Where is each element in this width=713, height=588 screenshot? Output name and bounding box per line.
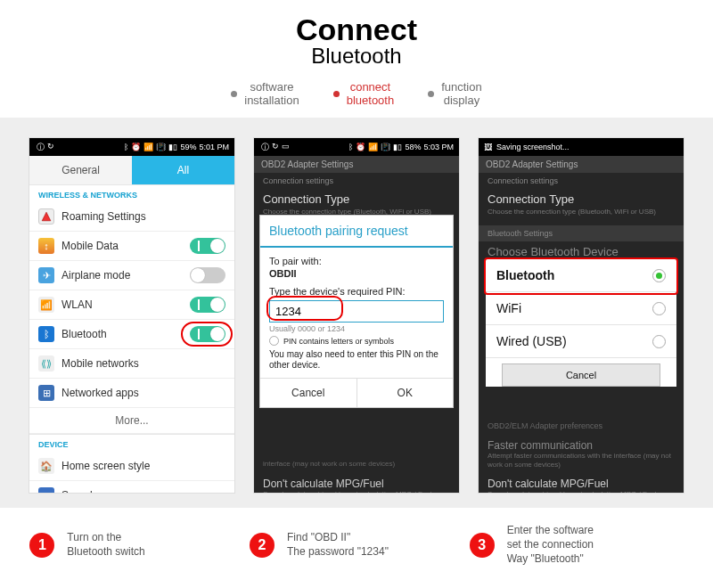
connection-type-title[interactable]: Connection Type xyxy=(479,189,684,208)
alarm-icon: ⏰ xyxy=(131,143,141,151)
screen-header: OBD2 Adapter Settings xyxy=(254,156,459,173)
connection-type-title[interactable]: Connection Type xyxy=(254,189,459,208)
cancel-button[interactable]: Cancel xyxy=(502,363,660,387)
step-dot-icon xyxy=(231,91,237,97)
wlan-toggle[interactable] xyxy=(190,297,225,313)
dialog-title: Bluetooth pairing request xyxy=(260,216,453,248)
breadcrumb-steps: softwareinstallation connectbluetooth fu… xyxy=(0,74,713,118)
pair-device-name: OBDII xyxy=(269,268,444,279)
wifi-icon: 📶 xyxy=(368,143,378,151)
alarm-icon: ⏰ xyxy=(356,143,365,151)
pin-hint: Usually 0000 or 1234 xyxy=(269,324,444,333)
battery-percent: 58% xyxy=(405,143,421,151)
airplane-toggle[interactable] xyxy=(190,267,225,283)
status-time: 5:03 PM xyxy=(423,143,454,151)
step-software-installation[interactable]: softwareinstallation xyxy=(231,81,299,108)
row-bluetooth[interactable]: ᛒ Bluetooth xyxy=(29,320,234,349)
radio-icon xyxy=(652,269,666,282)
bluetooth-icon: ᛒ xyxy=(348,143,353,151)
mpg-title[interactable]: Don't calculate MPG/Fuel xyxy=(488,478,675,490)
option-wifi[interactable]: WiFi xyxy=(486,292,676,325)
row-roaming-settings[interactable]: Roaming Settings xyxy=(29,202,234,232)
step-3: 3 Enter the softwareset the connectionWa… xyxy=(470,524,684,566)
bluetooth-settings-label: Bluetooth Settings xyxy=(479,225,684,241)
radio-icon xyxy=(652,335,666,348)
status-bar: 🖼 Saving screenshot... xyxy=(479,138,684,156)
row-networked-apps[interactable]: ⊞ Networked apps xyxy=(29,379,234,408)
option-wired-usb[interactable]: Wired (USB) xyxy=(486,325,676,358)
mobile-networks-icon: ⟪⟫ xyxy=(38,355,54,372)
more-button[interactable]: More... xyxy=(29,408,234,434)
phone-settings-screen: ⓘ ↻ ᛒ ⏰ 📶 📳 ▮▯ 59% 5:01 PM General All W… xyxy=(29,137,235,494)
pin-input[interactable] xyxy=(269,300,444,323)
mobile-data-icon: ↕ xyxy=(38,238,54,254)
step-number-badge: 1 xyxy=(29,533,54,558)
ok-button[interactable]: OK xyxy=(357,379,454,407)
wifi-icon: 📶 xyxy=(143,143,153,151)
step-1: 1 Turn on theBluetooth switch xyxy=(29,524,243,566)
mpg-title[interactable]: Don't calculate MPG/Fuel xyxy=(263,478,450,490)
connection-type-dialog: Bluetooth WiFi Wired (USB) Cancel xyxy=(486,259,676,387)
tab-all[interactable]: All xyxy=(132,156,234,184)
tab-general[interactable]: General xyxy=(29,156,132,184)
faster-comm-title[interactable]: Faster communication xyxy=(488,439,675,452)
status-time: 5:01 PM xyxy=(199,143,229,151)
option-bluetooth[interactable]: Bluetooth xyxy=(486,259,676,292)
cancel-button[interactable]: Cancel xyxy=(260,379,357,407)
phone-connection-type-screen: 🖼 Saving screenshot... OBD2 Adapter Sett… xyxy=(478,137,684,494)
row-home-screen-style[interactable]: 🏠 Home screen style xyxy=(29,452,234,481)
sync-icon: ↻ xyxy=(47,142,54,153)
radio-icon xyxy=(652,302,666,315)
screen-header: OBD2 Adapter Settings xyxy=(479,156,684,173)
mpg-desc: Speed up data retrieval by not calculati… xyxy=(488,490,675,494)
radio-icon xyxy=(269,336,279,346)
adapter-prefs-label: OBD2/ELM Adapter preferences xyxy=(479,417,684,435)
section-device: DEVICE xyxy=(29,434,234,452)
mpg-desc: Speed up data retrieval by not calculati… xyxy=(263,490,450,494)
title-line2: Bluetooth xyxy=(0,44,713,69)
mobile-data-toggle[interactable] xyxy=(190,238,225,254)
card-icon: ▭ xyxy=(282,142,290,153)
phone-gallery: ⓘ ↻ ᛒ ⏰ 📶 📳 ▮▯ 59% 5:01 PM General All W… xyxy=(0,118,713,508)
pairing-note: You may also need to enter this PIN on t… xyxy=(269,349,444,376)
row-airplane-mode[interactable]: ✈ Airplane mode xyxy=(29,261,234,290)
row-wlan[interactable]: 📶 WLAN xyxy=(29,290,234,320)
bluetooth-icon: ᛒ xyxy=(38,326,54,342)
saving-text: Saving screenshot... xyxy=(496,143,570,151)
roaming-icon xyxy=(38,208,54,225)
bluetooth-icon: ᛒ xyxy=(124,143,128,151)
row-mobile-networks[interactable]: ⟪⟫ Mobile networks xyxy=(29,349,234,379)
step-number-badge: 2 xyxy=(250,533,275,558)
step-2: 2 Find "OBD II"The password "1234" xyxy=(250,524,463,566)
vibrate-icon: 📳 xyxy=(156,143,166,151)
row-sound[interactable]: ♪ Sound xyxy=(29,481,234,494)
pair-with-label: To pair with: xyxy=(269,256,444,266)
nfc-icon: ⓘ xyxy=(261,142,269,153)
wlan-icon: 📶 xyxy=(38,297,54,313)
step-number-badge: 3 xyxy=(470,533,495,558)
title-line1: Connect xyxy=(0,16,713,44)
nfc-icon: ⓘ xyxy=(37,142,45,153)
status-bar: ⓘ ↻ ᛒ ⏰ 📶 📳 ▮▯ 59% 5:01 PM xyxy=(29,138,234,156)
page-header: Connect Bluetooth xyxy=(0,0,713,74)
sync-icon: ↻ xyxy=(272,142,279,153)
pin-prompt: Type the device's required PIN: xyxy=(269,286,444,297)
saving-icon: 🖼 xyxy=(484,143,492,151)
signal-icon: ▮▯ xyxy=(168,143,177,151)
choose-bt-device: Choose Bluetooth Device xyxy=(479,241,684,260)
bluetooth-pairing-dialog: Bluetooth pairing request To pair with: … xyxy=(259,215,454,408)
connection-type-desc: Choose the connection type (Bluetooth, W… xyxy=(479,208,684,222)
battery-percent: 59% xyxy=(180,143,196,151)
section-connection-settings: Connection settings xyxy=(254,173,459,189)
phone-pairing-screen: ⓘ ↻ ▭ ᛒ ⏰ 📶 📳 ▮▯ 58% 5:03 PM OBD2 Adapte… xyxy=(253,137,460,494)
step-function-display[interactable]: functiondisplay xyxy=(428,81,482,108)
bottom-steps: 1 Turn on theBluetooth switch 2 Find "OB… xyxy=(0,508,713,584)
pin-letters-checkbox[interactable]: PIN contains letters or symbols xyxy=(269,336,444,346)
vibrate-icon: 📳 xyxy=(381,143,390,151)
row-mobile-data[interactable]: ↕ Mobile Data xyxy=(29,232,234,261)
step-connect-bluetooth[interactable]: connectbluetooth xyxy=(333,81,395,108)
airplane-icon: ✈ xyxy=(38,267,54,283)
bluetooth-toggle[interactable] xyxy=(190,326,225,342)
step-dot-icon xyxy=(428,91,434,97)
networked-apps-icon: ⊞ xyxy=(38,385,54,401)
